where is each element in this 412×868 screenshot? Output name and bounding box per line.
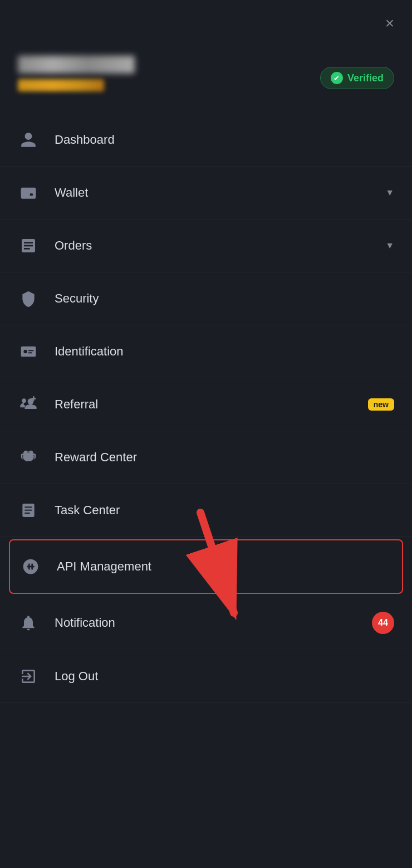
- sidebar-item-wallet[interactable]: Wallet ▼: [0, 167, 412, 220]
- sidebar-item-orders[interactable]: Orders ▼: [0, 220, 412, 272]
- svg-rect-6: [24, 248, 30, 250]
- chevron-down-icon: ▼: [385, 188, 394, 198]
- sidebar-item-identification[interactable]: Identification: [0, 325, 412, 378]
- svg-rect-2: [30, 193, 33, 196]
- sidebar-item-label: Reward Center: [55, 450, 394, 465]
- sidebar-item-label: Dashboard: [55, 133, 394, 147]
- sidebar-item-label: API Management: [57, 559, 392, 574]
- svg-rect-9: [28, 350, 33, 351]
- svg-point-8: [23, 350, 27, 354]
- svg-rect-10: [28, 352, 32, 353]
- user-info: [18, 56, 135, 91]
- sidebar-item-referral[interactable]: Referral new: [0, 378, 412, 431]
- sidebar-item-notification[interactable]: Notification 44: [0, 596, 412, 650]
- verified-icon: ✔: [331, 72, 343, 84]
- sidebar-item-label: Log Out: [55, 669, 394, 684]
- shield-icon: [18, 288, 39, 309]
- notification-badge: 44: [372, 612, 394, 634]
- sidebar-item-label: Orders: [55, 238, 370, 253]
- username-blur: [18, 56, 135, 74]
- svg-rect-7: [21, 347, 36, 357]
- header: ✔ Verified: [0, 0, 412, 114]
- id-icon: [18, 341, 39, 362]
- sidebar-item-label: Notification: [55, 616, 356, 630]
- user-id-blur: [18, 79, 104, 91]
- verified-badge: ✔ Verified: [320, 67, 394, 89]
- bell-icon: [18, 612, 39, 633]
- sidebar-item-logout[interactable]: Log Out: [0, 650, 412, 703]
- svg-rect-5: [24, 245, 33, 247]
- svg-rect-1: [21, 191, 36, 193]
- task-icon: [18, 500, 39, 521]
- sidebar-item-reward-center[interactable]: Reward Center: [0, 431, 412, 484]
- sidebar-item-label: Identification: [55, 344, 394, 359]
- sidebar-item-label: Task Center: [55, 503, 394, 518]
- svg-rect-14: [24, 513, 30, 514]
- svg-rect-13: [24, 510, 32, 511]
- referral-icon: [18, 394, 39, 415]
- wallet-icon: [18, 182, 39, 203]
- reward-icon: [18, 447, 39, 468]
- sidebar-item-task-center[interactable]: Task Center: [0, 484, 412, 537]
- sidebar-item-label: Wallet: [55, 186, 370, 200]
- sidebar-item-dashboard[interactable]: Dashboard: [0, 114, 412, 167]
- logout-icon: [18, 666, 39, 687]
- new-badge: new: [368, 398, 394, 411]
- svg-rect-12: [24, 506, 32, 508]
- verified-text: Verified: [347, 72, 384, 84]
- sidebar-item-api-management[interactable]: API Management: [9, 539, 403, 594]
- svg-rect-4: [24, 242, 33, 243]
- person-icon: [18, 129, 39, 150]
- sidebar-item-label: Referral: [55, 397, 348, 412]
- svg-rect-18: [27, 566, 34, 568]
- orders-icon: [18, 235, 39, 256]
- svg-rect-0: [21, 188, 36, 199]
- chevron-down-icon: ▼: [385, 241, 394, 251]
- api-icon: [20, 556, 41, 577]
- sidebar-item-label: Security: [55, 291, 394, 306]
- sidebar-item-security[interactable]: Security: [0, 272, 412, 325]
- sidebar-nav: Dashboard Wallet ▼ Orders ▼ Security Ide…: [0, 114, 412, 703]
